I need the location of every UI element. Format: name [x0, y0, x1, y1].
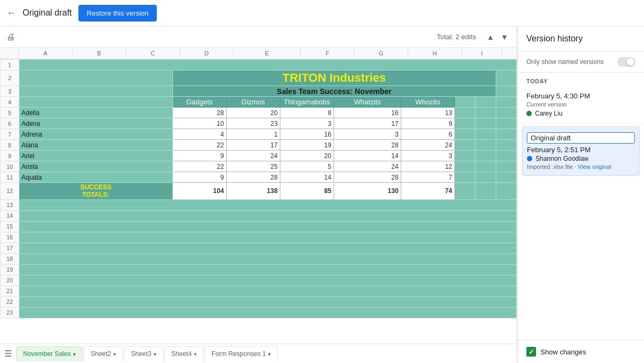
data-cell[interactable]: 17	[226, 140, 280, 151]
view-original-link[interactable]: View original	[578, 163, 611, 170]
total-gizmos[interactable]: 138	[226, 183, 280, 200]
col-header-d[interactable]: D	[180, 48, 234, 59]
nav-down-button[interactable]: ▼	[498, 32, 510, 42]
data-cell[interactable]: 16	[334, 108, 401, 118]
totals-label[interactable]: SUCCESSTOTALS:	[19, 183, 173, 200]
version-panel-title: Version history	[526, 34, 583, 44]
doc-title: Original draft	[23, 8, 72, 18]
data-cell[interactable]: 19	[280, 140, 334, 151]
data-cell[interactable]: 23	[226, 118, 280, 129]
table-row: 6 Adena 10 23 3 17 9	[1, 118, 517, 129]
name-cell[interactable]: Ariel	[19, 151, 173, 161]
spreadsheet-subtitle[interactable]: Sales Team Success: November	[172, 86, 496, 97]
data-cell[interactable]: 28	[226, 172, 280, 183]
data-cell[interactable]: 24	[401, 140, 454, 151]
col-header-h[interactable]: H	[408, 48, 462, 59]
name-cell[interactable]: Adena	[19, 118, 173, 129]
nav-up-button[interactable]: ▲	[484, 32, 496, 42]
col-header-b[interactable]: B	[73, 48, 126, 59]
tab-sheet4[interactable]: Sheet4 ▾	[164, 346, 204, 361]
table-row: 7 Adrena 4 1 16 3 6	[1, 129, 517, 140]
table-row: 1	[1, 60, 517, 70]
data-cell[interactable]: 22	[172, 161, 226, 172]
data-cell[interactable]: 4	[172, 129, 226, 140]
empty-cell	[496, 70, 516, 86]
version-item-original-draft[interactable]: February 5, 2:51 PM Shannon Goodlaw Impo…	[522, 126, 640, 176]
table-row: 22	[1, 296, 517, 307]
empty-cell[interactable]	[19, 70, 173, 86]
back-icon[interactable]: ←	[6, 8, 16, 19]
name-cell[interactable]: Aquata	[19, 172, 173, 183]
data-cell[interactable]: 9	[401, 118, 454, 129]
name-cell[interactable]: Arista	[19, 161, 173, 172]
data-cell[interactable]: 14	[334, 151, 401, 161]
restore-button[interactable]: Restore this version	[78, 5, 157, 22]
col-header-g[interactable]: G	[354, 48, 408, 59]
data-cell[interactable]: 25	[226, 161, 280, 172]
data-cell[interactable]: 3	[334, 129, 401, 140]
version-current-label: Current version	[526, 101, 635, 108]
tab-form-responses[interactable]: Form Responses 1 ▾	[205, 346, 278, 361]
data-cell[interactable]: 10	[172, 118, 226, 129]
data-cell[interactable]: 3	[401, 151, 454, 161]
col-header-gizmos[interactable]: Gizmos	[226, 97, 280, 108]
col-header-a[interactable]: A	[19, 48, 73, 59]
col-header-e[interactable]: E	[234, 48, 301, 59]
named-versions-toggle[interactable]	[617, 57, 635, 67]
data-cell[interactable]: 9	[172, 172, 226, 183]
empty-cell	[496, 86, 516, 97]
table-row: 10 Arista 22 25 5 24 12	[1, 161, 517, 172]
tab-sheet3[interactable]: Sheet3 ▾	[124, 346, 163, 361]
data-cell[interactable]: 5	[280, 161, 334, 172]
data-cell[interactable]: 6	[401, 129, 454, 140]
name-cell[interactable]: Adrena	[19, 129, 173, 140]
col-header-i[interactable]: I	[462, 48, 502, 59]
data-cell[interactable]: 16	[280, 129, 334, 140]
table-row: 19	[1, 264, 517, 275]
total-whozits[interactable]: 74	[401, 183, 454, 200]
col-header-gadgets[interactable]: Gadgets	[172, 97, 226, 108]
data-cell[interactable]: 12	[401, 161, 454, 172]
table-row: 18	[1, 253, 517, 264]
data-cell[interactable]: 28	[334, 172, 401, 183]
data-cell[interactable]: 24	[226, 151, 280, 161]
data-cell[interactable]: 8	[280, 108, 334, 118]
data-cell[interactable]: 3	[280, 118, 334, 129]
version-item-current[interactable]: February 5, 4:30 PM Current version Care…	[518, 87, 644, 124]
data-cell[interactable]: 24	[334, 161, 401, 172]
data-cell[interactable]: 22	[172, 140, 226, 151]
total-whatzits[interactable]: 130	[334, 183, 401, 200]
tab-november-sales[interactable]: November Sales ▾	[16, 346, 83, 361]
data-cell[interactable]: 7	[401, 172, 454, 183]
checkbox-check-icon: ✓	[529, 348, 534, 356]
name-cell[interactable]: Alana	[19, 140, 173, 151]
data-cell[interactable]: 20	[226, 108, 280, 118]
show-changes-checkbox[interactable]: ✓	[526, 347, 536, 357]
table-row: 23	[1, 307, 517, 318]
empty-cell[interactable]	[19, 60, 517, 70]
col-header-c[interactable]: C	[126, 48, 180, 59]
version-name-input[interactable]	[527, 132, 635, 144]
data-cell[interactable]: 1	[226, 129, 280, 140]
table-row: 3 Sales Team Success: November	[1, 86, 517, 97]
total-thingamabobs[interactable]: 85	[280, 183, 334, 200]
data-cell[interactable]: 9	[172, 151, 226, 161]
total-gadgets[interactable]: 104	[172, 183, 226, 200]
data-cell[interactable]: 20	[280, 151, 334, 161]
data-cell[interactable]: 28	[334, 140, 401, 151]
data-cell[interactable]: 14	[280, 172, 334, 183]
data-cell[interactable]: 13	[401, 108, 454, 118]
tab-sheet2[interactable]: Sheet2 ▾	[84, 346, 123, 361]
print-icon[interactable]: 🖨	[6, 32, 15, 42]
hamburger-icon[interactable]: ☰	[4, 348, 12, 359]
col-header-thingamabobs[interactable]: Thingamabobs	[280, 97, 334, 108]
name-cell[interactable]: Adella	[19, 108, 173, 118]
spreadsheet-title[interactable]: TRITON Industries	[172, 70, 496, 86]
empty-cell[interactable]	[19, 86, 173, 97]
col-header-f[interactable]: F	[301, 48, 354, 59]
col-header-whozits[interactable]: Whozits	[401, 97, 454, 108]
col-header-whatzits[interactable]: Whatzits	[334, 97, 401, 108]
data-cell[interactable]: 28	[172, 108, 226, 118]
empty-cell	[496, 97, 516, 108]
data-cell[interactable]: 17	[334, 118, 401, 129]
